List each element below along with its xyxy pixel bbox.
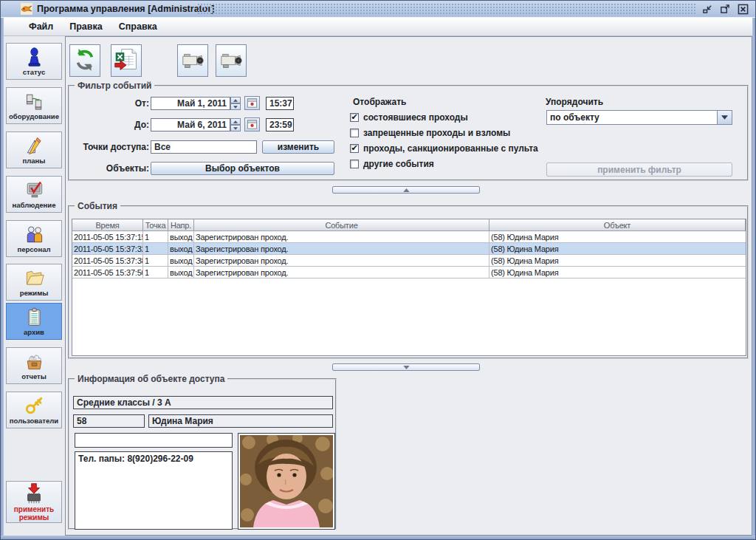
- checkbox-label: запрещенные проходы и взломы: [363, 128, 510, 138]
- cell-time: 2011-05-05 15:37:50: [72, 267, 143, 278]
- cell-time: 2011-05-05 15:37:32: [72, 243, 143, 254]
- column-header-1[interactable]: Время: [72, 219, 143, 230]
- from-date-field[interactable]: Май 1, 2011: [151, 97, 230, 110]
- select-objects-button[interactable]: Выбор объектов: [151, 162, 334, 175]
- spin-up-icon[interactable]: [230, 97, 241, 103]
- id-field: 58: [73, 414, 145, 428]
- sidebar-item-режимы[interactable]: режимы: [6, 264, 62, 301]
- window-border-right: [752, 18, 755, 539]
- change-button[interactable]: изменить: [262, 140, 334, 154]
- sidebar-item-статус[interactable]: статус: [6, 43, 62, 80]
- spin-up-icon[interactable]: [230, 118, 241, 125]
- title-bar[interactable]: Программа управления [Administrator]: [1, 1, 755, 18]
- column-header-5[interactable]: Объект: [489, 219, 746, 230]
- toolbar-export-excel-button[interactable]: [111, 44, 142, 77]
- menu-bar: ФайлПравкаСправка: [4, 18, 752, 36]
- display-title: Отображать: [353, 97, 406, 107]
- archive-clipboard-icon: [24, 307, 44, 327]
- events-groupbox: События ВремяТочкаНапр.СобытиеОбъект2011…: [68, 205, 749, 359]
- window-border-bottom: [1, 536, 755, 539]
- minimize-button[interactable]: [701, 3, 714, 16]
- from-calendar-button[interactable]: [244, 96, 260, 110]
- maximize-button[interactable]: [718, 3, 731, 16]
- collapse-info-bar[interactable]: [332, 363, 480, 371]
- status-person-icon: [24, 47, 44, 67]
- to-time-field[interactable]: 23:59: [266, 118, 294, 131]
- table-header-row: ВремяТочкаНапр.СобытиеОбъект: [72, 219, 746, 231]
- cell-object: (58) Юдина Мария: [489, 243, 746, 254]
- checkbox-checked-icon[interactable]: ✔: [350, 144, 359, 153]
- menu-item-3[interactable]: Справка: [114, 20, 162, 33]
- sidebar-item-label: архив: [24, 328, 44, 336]
- cell-object: (58) Юдина Мария: [489, 267, 746, 278]
- from-time-field[interactable]: 15:37: [266, 97, 294, 110]
- column-header-2[interactable]: Точка: [143, 219, 168, 230]
- app-icon: [21, 3, 32, 15]
- spin-down-icon[interactable]: [230, 125, 241, 131]
- to-label: До:: [72, 120, 149, 130]
- cell-object: (58) Юдина Мария: [489, 255, 746, 266]
- events-table[interactable]: ВремяТочкаНапр.СобытиеОбъект2011-05-05 1…: [72, 219, 746, 356]
- sidebar-item-архив[interactable]: архив: [6, 303, 62, 340]
- sidebar-item-персонал[interactable]: персонал: [6, 220, 62, 257]
- apply-modes-button[interactable]: применить режимы: [6, 481, 62, 523]
- checkbox-checked-icon[interactable]: ✔: [350, 113, 359, 122]
- table-row[interactable]: 2011-05-05 15:37:151выходЗарегистрирован…: [72, 231, 746, 243]
- display-checkbox-row-2[interactable]: запрещенные проходы и взломы: [350, 127, 510, 138]
- cell-dir: выход: [168, 231, 194, 242]
- sidebar-item-пользователи[interactable]: пользователи: [6, 392, 62, 428]
- spin-down-icon[interactable]: [230, 103, 241, 110]
- to-date-spinner[interactable]: [230, 118, 241, 131]
- cell-point: 1: [143, 255, 168, 266]
- to-date-field[interactable]: Май 6, 2011: [151, 118, 230, 131]
- access-points-field[interactable]: Все: [151, 140, 257, 154]
- cell-point: 1: [143, 267, 168, 278]
- modes-folder-icon: [24, 268, 44, 288]
- collapse-filter-bar[interactable]: [332, 186, 480, 194]
- sidebar-item-label: режимы: [20, 289, 49, 297]
- cell-point: 1: [143, 231, 168, 242]
- info-title: Информация об объекте доступа: [75, 374, 227, 384]
- triangle-up-icon: [403, 188, 410, 192]
- chevron-down-icon[interactable]: [717, 111, 732, 124]
- sidebar-item-наблюдение[interactable]: наблюдение: [6, 176, 62, 213]
- display-checkbox-row-3[interactable]: ✔проходы, санкционированные с пульта: [350, 143, 538, 154]
- sidebar-item-отчеты[interactable]: отчеты: [6, 347, 62, 384]
- sidebar-nav: статусоборудованиепланынаблюдениеперсона…: [4, 36, 65, 536]
- to-calendar-button[interactable]: [244, 117, 260, 131]
- apply-modes-label: применить режимы: [7, 505, 61, 522]
- column-header-3[interactable]: Напр.: [168, 219, 194, 230]
- filter-title: Фильтр событий: [75, 81, 154, 91]
- checkbox-unchecked-icon[interactable]: [350, 160, 359, 168]
- notes-field: Тел. папы: 8(920)296-22-09: [75, 451, 233, 530]
- display-checkbox-row-4[interactable]: другие события: [350, 158, 434, 169]
- display-checkbox-row-1[interactable]: ✔состоявшиеся проходы: [350, 112, 468, 123]
- sidebar-item-оборудование[interactable]: оборудование: [6, 87, 62, 124]
- checkbox-unchecked-icon[interactable]: [350, 129, 359, 137]
- toolbar-camera-1-button[interactable]: [177, 44, 208, 77]
- menu-item-2[interactable]: Правка: [64, 20, 107, 33]
- toolbar-refresh-button[interactable]: [69, 44, 100, 77]
- refresh-icon: [72, 47, 97, 75]
- chip-apply-icon: [23, 482, 45, 505]
- from-date-spinner[interactable]: [230, 97, 241, 110]
- menu-item-1[interactable]: Файл: [24, 20, 58, 33]
- cell-event: Зарегистрирован проход.: [194, 243, 489, 254]
- table-row[interactable]: 2011-05-05 15:37:381выходЗарегистрирован…: [72, 255, 746, 267]
- sidebar-item-label: наблюдение: [13, 201, 56, 209]
- table-row[interactable]: 2011-05-05 15:37:321выходЗарегистрирован…: [72, 243, 746, 255]
- apply-filter-button[interactable]: применить фильтр: [546, 163, 732, 177]
- cell-event: Зарегистрирован проход.: [194, 267, 489, 278]
- cell-dir: выход: [168, 243, 194, 254]
- access-object-info-groupbox: Информация об объекте доступа Средние кл…: [68, 378, 337, 530]
- cell-object: (58) Юдина Мария: [489, 231, 746, 242]
- close-button[interactable]: [737, 3, 749, 16]
- order-dropdown[interactable]: по объекту: [546, 110, 732, 125]
- order-title: Упорядочить: [546, 97, 603, 107]
- app-window: Программа управления [Administrator] Фай…: [0, 0, 756, 540]
- sidebar-item-планы[interactable]: планы: [6, 131, 62, 168]
- table-row[interactable]: 2011-05-05 15:37:501выходЗарегистрирован…: [72, 267, 746, 278]
- toolbar-camera-2-button[interactable]: [216, 44, 247, 77]
- column-header-4[interactable]: Событие: [194, 219, 489, 230]
- checkbox-label: состоявшиеся проходы: [363, 112, 468, 123]
